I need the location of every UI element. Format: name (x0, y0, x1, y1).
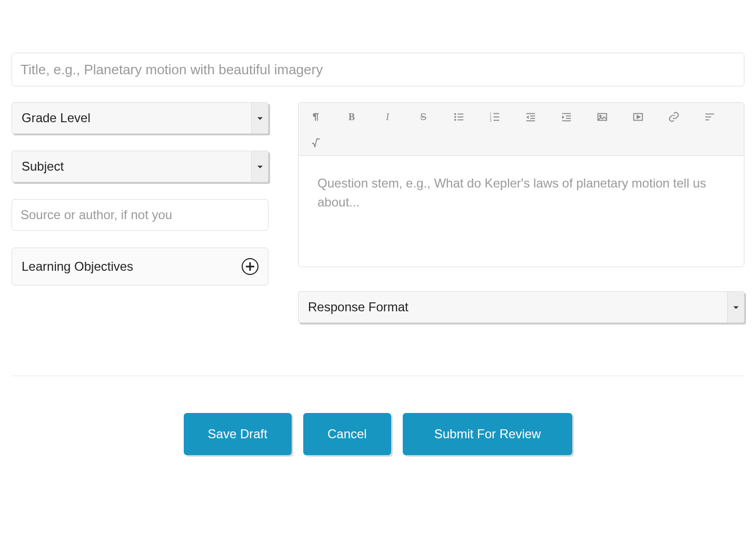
left-column: Grade Level Subject Learning Objectives (12, 102, 268, 286)
italic-icon[interactable]: I (381, 110, 394, 124)
editor-toolbar: B I S 123 (299, 103, 744, 156)
plus-circle-icon[interactable] (242, 258, 258, 275)
align-icon[interactable] (703, 110, 717, 124)
form-columns: Grade Level Subject Learning Objectives … (12, 102, 744, 323)
learning-objectives-label: Learning Objectives (22, 259, 133, 274)
right-column: B I S 123 (298, 102, 744, 323)
outdent-icon[interactable] (524, 110, 538, 124)
chevron-down-icon (727, 292, 744, 322)
svg-rect-14 (530, 118, 535, 119)
svg-point-21 (600, 115, 601, 117)
svg-rect-5 (457, 120, 463, 121)
response-format-row: Response Format (298, 291, 744, 323)
question-stem-input[interactable]: Question stem, e.g., What do Kepler's la… (299, 156, 744, 267)
grade-level-select[interactable]: Grade Level (12, 102, 268, 134)
svg-rect-18 (566, 118, 571, 119)
svg-rect-23 (705, 114, 714, 115)
subject-select[interactable]: Subject (12, 151, 268, 182)
svg-rect-16 (562, 113, 571, 114)
svg-rect-12 (526, 113, 535, 114)
svg-rect-19 (562, 120, 571, 121)
svg-point-4 (454, 119, 456, 121)
svg-rect-1 (457, 114, 463, 115)
numbered-list-icon[interactable]: 123 (488, 110, 502, 124)
bullet-list-icon[interactable] (452, 110, 466, 124)
svg-rect-15 (526, 120, 535, 121)
svg-point-2 (454, 116, 456, 118)
strikethrough-icon[interactable]: S (416, 110, 430, 124)
video-icon[interactable] (631, 110, 645, 124)
svg-text:3: 3 (490, 119, 492, 122)
svg-rect-7 (493, 113, 499, 114)
math-icon[interactable] (309, 136, 323, 150)
svg-rect-13 (530, 115, 535, 116)
source-input[interactable] (12, 199, 268, 231)
save-draft-button[interactable]: Save Draft (184, 413, 292, 455)
response-format-select[interactable]: Response Format (298, 291, 744, 323)
chevron-down-icon (251, 151, 268, 182)
svg-rect-24 (705, 116, 711, 117)
learning-objectives-box[interactable]: Learning Objectives (12, 248, 268, 286)
action-bar: Save Draft Cancel Submit For Review (12, 413, 744, 455)
cancel-button[interactable]: Cancel (303, 413, 391, 455)
grade-level-label: Grade Level (22, 111, 91, 125)
svg-rect-17 (566, 115, 571, 116)
svg-rect-11 (493, 120, 499, 121)
divider (12, 376, 744, 376)
response-format-label: Response Format (308, 300, 409, 314)
image-icon[interactable] (595, 110, 609, 124)
rich-text-editor: B I S 123 (298, 102, 744, 267)
submit-for-review-button[interactable]: Submit For Review (403, 413, 573, 455)
svg-rect-25 (705, 120, 709, 121)
bold-icon[interactable]: B (345, 110, 359, 124)
svg-rect-9 (493, 116, 499, 117)
indent-icon[interactable] (560, 110, 573, 124)
subject-label: Subject (22, 159, 64, 174)
svg-rect-3 (457, 116, 463, 117)
svg-point-0 (454, 113, 456, 115)
title-input[interactable] (12, 53, 744, 86)
paragraph-icon[interactable] (309, 110, 323, 124)
link-icon[interactable] (667, 110, 681, 124)
chevron-down-icon (251, 103, 268, 133)
